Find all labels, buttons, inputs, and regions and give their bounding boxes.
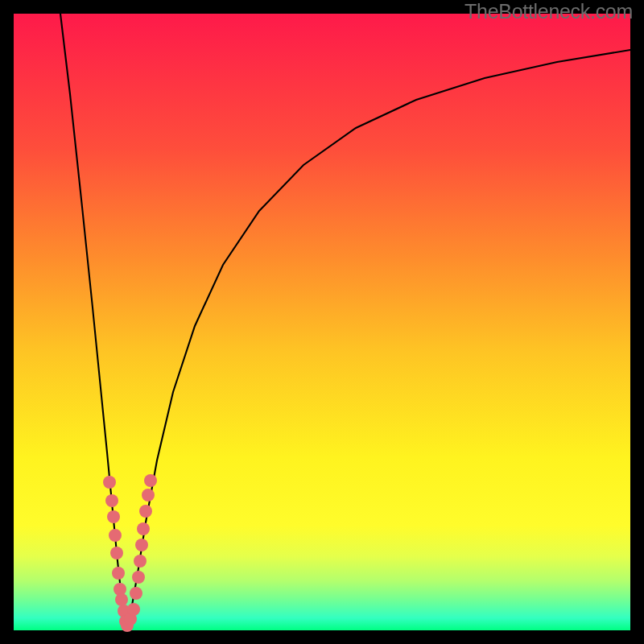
scatter-dot bbox=[109, 529, 122, 542]
scatter-dot bbox=[130, 587, 142, 600]
scatter-dot bbox=[134, 555, 147, 568]
scatter-dot bbox=[144, 474, 157, 487]
scatter-dot bbox=[132, 571, 145, 584]
scatter-dot bbox=[135, 539, 148, 551]
scatter-dot bbox=[107, 510, 120, 523]
scatter-dot bbox=[103, 476, 116, 489]
scatter-dot bbox=[112, 567, 125, 580]
scatter-dot bbox=[137, 522, 150, 535]
scatter-dot bbox=[127, 603, 140, 616]
scatter-dot bbox=[115, 593, 128, 606]
scatter-dot bbox=[105, 494, 118, 507]
bottleneck-curve bbox=[60, 14, 630, 628]
watermark-text: TheBottleneck.com bbox=[464, 0, 633, 23]
scatter-dot bbox=[110, 547, 123, 559]
scatter-dots bbox=[103, 474, 157, 632]
scatter-dot bbox=[142, 489, 155, 502]
chart-canvas: TheBottleneck.com bbox=[0, 0, 644, 644]
chart-svg bbox=[14, 14, 630, 630]
scatter-dot bbox=[139, 505, 152, 518]
chart-plot-area bbox=[14, 14, 630, 630]
